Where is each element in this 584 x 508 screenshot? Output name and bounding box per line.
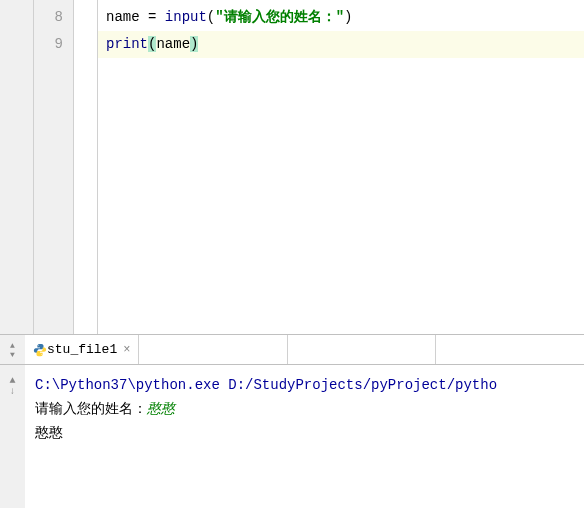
console-tab[interactable]: stu_file1 ×	[25, 335, 139, 364]
chevron-up-icon: ▲	[10, 341, 15, 350]
tab-empty-slot	[288, 335, 437, 364]
editor-area: 8 9 name = input("请输入您的姓名：") print(name)	[0, 0, 584, 335]
fold-gutter	[74, 0, 98, 334]
editor-sidebar-icons	[0, 0, 34, 334]
tab-empty-slot	[436, 335, 584, 364]
code-token-identifier: name	[156, 36, 190, 52]
console-command-line: C:\Python37\python.exe D:/StudyProjects/…	[35, 373, 574, 397]
code-token-builtin: print	[106, 36, 148, 52]
console-output-text: 憨憨	[35, 425, 63, 441]
chevron-down-icon: ▼	[10, 350, 15, 359]
console-area: ▲ ↓ C:\Python37\python.exe D:/StudyProje…	[0, 365, 584, 508]
console-output-panel[interactable]: C:\Python37\python.exe D:/StudyProjects/…	[25, 365, 584, 508]
console-tabs-bar: ▲ ▼ stu_file1 ×	[0, 335, 584, 365]
tab-empty-slot	[139, 335, 288, 364]
line-numbers-gutter: 8 9	[34, 0, 74, 334]
console-prompt-text: 请输入您的姓名：	[35, 401, 147, 417]
line-number[interactable]: 8	[34, 4, 73, 31]
code-line-current[interactable]: print(name)	[98, 31, 584, 58]
line-number[interactable]: 9	[34, 31, 73, 58]
code-line[interactable]: name = input("请输入您的姓名：")	[98, 4, 584, 31]
code-token-string: "请输入您的姓名："	[215, 9, 344, 25]
console-output-line: 憨憨	[35, 421, 574, 445]
code-token-builtin: input	[165, 9, 207, 25]
code-editor[interactable]: name = input("请输入您的姓名：") print(name)	[98, 0, 584, 334]
code-token-paren: )	[344, 9, 352, 25]
console-input-line: 请输入您的姓名：憨憨	[35, 397, 574, 421]
code-token-paren: (	[207, 9, 215, 25]
python-icon	[33, 343, 47, 357]
code-token-operator: =	[140, 9, 165, 25]
code-token-paren-matched: )	[190, 36, 198, 52]
tab-filename: stu_file1	[47, 342, 117, 357]
tab-close-button[interactable]: ×	[123, 343, 130, 357]
chevron-down-icon: ↓	[9, 386, 15, 397]
console-user-input: 憨憨	[147, 401, 175, 417]
console-control-icons-top[interactable]: ▲ ▼	[0, 335, 25, 364]
console-command-text: C:\Python37\python.exe D:/StudyProjects/…	[35, 377, 497, 393]
chevron-up-icon: ▲	[9, 375, 15, 386]
console-control-icons-side[interactable]: ▲ ↓	[0, 365, 25, 508]
code-token-identifier: name	[106, 9, 140, 25]
